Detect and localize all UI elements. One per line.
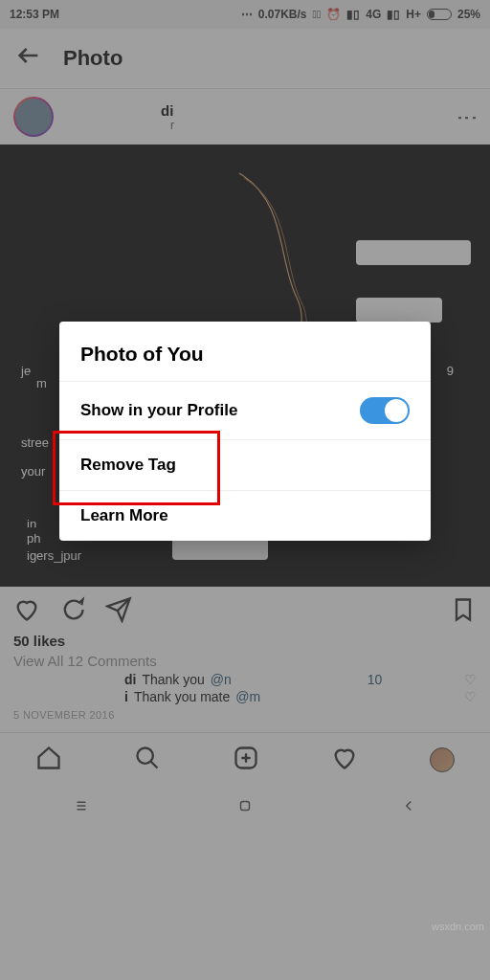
show-in-profile-label: Show in your Profile <box>80 401 237 420</box>
watermark: wsxdn.com <box>432 921 484 932</box>
annotation-highlight <box>53 431 220 505</box>
show-in-profile-toggle[interactable] <box>360 397 410 424</box>
dialog-title: Photo of You <box>59 322 431 381</box>
